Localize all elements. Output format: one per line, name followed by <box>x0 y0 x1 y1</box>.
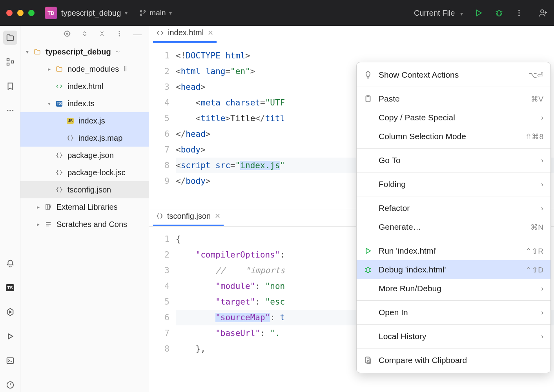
project-tool-button[interactable] <box>3 31 17 45</box>
svg-point-13 <box>12 110 13 111</box>
menu-item-label: Generate… <box>379 222 525 232</box>
tree-root[interactable]: ▾typescript_debug~ <box>20 43 149 60</box>
ts-icon: TS <box>55 101 64 107</box>
svg-point-19 <box>119 33 120 34</box>
debug-button[interactable] <box>494 8 504 18</box>
chevron-right-icon: › <box>541 180 543 189</box>
editor-tabs-top: index.html ✕ <box>149 26 554 43</box>
typescript-tool-button[interactable]: TS <box>3 281 17 295</box>
tab-tsconfig-json[interactable]: tsconfig.json ✕ <box>153 209 224 226</box>
tree-item-label: node_modules <box>67 65 119 74</box>
structure-tool-button[interactable] <box>3 55 17 69</box>
project-view: — ▾typescript_debug~▸node_modulesliindex… <box>20 26 149 392</box>
tree-item[interactable]: package.json <box>20 147 149 164</box>
close-tab-button[interactable]: ✕ <box>208 29 213 37</box>
chevron-down-icon[interactable]: ▾ <box>125 10 128 16</box>
expand-all-button[interactable] <box>81 30 88 39</box>
tree-item[interactable]: ▾TSindex.ts <box>20 95 149 112</box>
menu-item[interactable]: Debug 'index.html'⌃⇧D <box>357 260 550 279</box>
menu-item[interactable]: Column Selection Mode⇧⌘8 <box>357 127 550 146</box>
svg-point-6 <box>518 15 520 16</box>
hide-button[interactable]: — <box>133 29 142 40</box>
menu-item[interactable]: Show Context Actions⌥⏎ <box>357 65 550 84</box>
run-config-selector[interactable]: Current File ▾ <box>414 9 463 18</box>
svg-point-4 <box>518 10 520 11</box>
more-tool-button[interactable] <box>3 103 17 118</box>
close-tab-button[interactable]: ✕ <box>215 212 221 220</box>
gutter: 123456789 <box>149 43 176 209</box>
tree-item-label: package.json <box>67 151 114 160</box>
tree-item[interactable]: package-lock.jsc <box>20 164 149 181</box>
svg-point-18 <box>119 31 120 32</box>
menu-item[interactable]: Refactor› <box>357 199 550 218</box>
chevron-right-icon: › <box>541 156 543 165</box>
menu-item-label: Local History <box>379 332 536 341</box>
more-actions-button[interactable] <box>515 9 523 17</box>
svg-point-2 <box>144 11 146 12</box>
more-vertical-icon <box>515 9 523 17</box>
tree-item[interactable]: JSindex.js <box>20 112 149 129</box>
tree-item[interactable]: index.html <box>20 78 149 95</box>
options-button[interactable] <box>116 30 123 39</box>
menu-separator <box>357 196 550 196</box>
tree-item[interactable]: tsconfig.json <box>20 181 149 198</box>
context-menu[interactable]: Show Context Actions⌥⏎Paste⌘VCopy / Past… <box>356 62 551 373</box>
menu-item[interactable]: Generate…⌘N <box>357 218 550 236</box>
problems-tool-button[interactable] <box>3 378 17 392</box>
bug-icon <box>494 8 504 18</box>
run-config-label: Current File <box>414 9 455 17</box>
menu-item[interactable]: Open In› <box>357 303 550 322</box>
window-controls <box>6 10 35 16</box>
select-opened-file-button[interactable] <box>63 30 71 40</box>
editor-area: index.html ✕ 123456789 <!DOCTYPE html><h… <box>149 26 554 392</box>
project-tree[interactable]: ▾typescript_debug~▸node_modulesliindex.h… <box>20 43 149 392</box>
tree-item[interactable]: ▸node_modulesli <box>20 60 149 78</box>
menu-item-label: More Run/Debug <box>379 284 536 293</box>
notifications-tool-button[interactable] <box>3 256 17 270</box>
branch-selector[interactable]: main ▾ <box>139 9 171 17</box>
more-horizontal-icon <box>6 106 15 115</box>
menu-item[interactable]: Paste⌘V <box>357 89 550 108</box>
minimize-window-button[interactable] <box>17 10 24 16</box>
menu-item[interactable]: Run 'index.html'⌃⇧R <box>357 241 550 260</box>
menu-item[interactable]: Compare with Clipboard <box>357 351 550 370</box>
tree-item[interactable]: index.js.map <box>20 129 149 147</box>
tree-item[interactable]: ▸External Libraries <box>20 198 149 216</box>
terminal-icon <box>6 356 15 365</box>
ts-badge-icon: TS <box>6 284 14 291</box>
play-icon <box>6 332 15 341</box>
expand-icon <box>81 30 88 37</box>
menu-item[interactable]: Copy / Paste Special› <box>357 108 550 127</box>
menu-separator <box>357 172 550 172</box>
menu-item[interactable]: Folding› <box>357 175 550 194</box>
menu-item[interactable]: More Run/Debug› <box>357 279 550 298</box>
project-name[interactable]: typescript_debug <box>61 9 121 18</box>
tab-index-html[interactable]: index.html ✕ <box>153 25 217 43</box>
chevron-right-icon: › <box>541 332 543 341</box>
tab-label: tsconfig.json <box>167 212 211 221</box>
services-tool-button[interactable] <box>3 305 17 319</box>
maximize-window-button[interactable] <box>28 10 35 16</box>
bookmarks-tool-button[interactable] <box>3 79 17 93</box>
svg-point-5 <box>518 12 520 14</box>
scratch-icon <box>44 221 53 228</box>
hexagon-play-icon <box>6 308 15 316</box>
close-window-button[interactable] <box>6 10 13 16</box>
tree-item[interactable]: ▸Scratches and Cons <box>20 216 149 233</box>
collab-button[interactable] <box>538 8 548 18</box>
json-icon <box>66 134 75 142</box>
collapse-all-button[interactable] <box>98 30 106 39</box>
svg-rect-9 <box>7 63 9 65</box>
tool-window-bar: TS <box>0 26 20 392</box>
terminal-tool-button[interactable] <box>3 354 17 368</box>
run-button[interactable] <box>474 8 483 18</box>
titlebar: TD typescript_debug ▾ main ▾ Current Fil… <box>0 0 554 26</box>
svg-point-7 <box>541 10 544 13</box>
structure-icon <box>6 58 15 66</box>
menu-item[interactable]: Local History› <box>357 327 550 346</box>
svg-rect-8 <box>7 59 9 61</box>
run-tool-button[interactable] <box>3 329 17 343</box>
menu-item[interactable]: Go To› <box>357 151 550 170</box>
menu-item-label: Go To <box>379 156 536 165</box>
menu-item-label: Show Context Actions <box>379 70 523 80</box>
